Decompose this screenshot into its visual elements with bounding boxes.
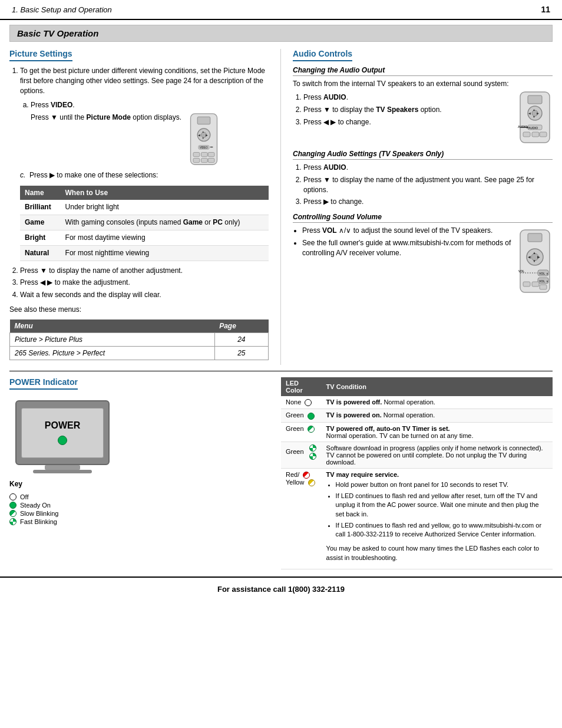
svg-text:VOL: VOL [518,269,524,273]
led-none-icon [305,399,312,406]
table-row: Green TV powered off, auto-on TV Timer i… [281,422,553,442]
service-bullet-1: Hold power button on front panel for 10 … [336,480,548,489]
tv-stand [45,465,80,470]
remote-audio-image: ▲ ▼ ◀ ▶ AUDIO AUDIO [517,91,553,144]
page-header: 1. Basic Setup and Operation 11 [0,0,562,20]
section-title: Basic TV Operation [9,25,553,42]
svg-rect-27 [523,132,530,137]
audio-step-2: Press ▼ to display the TV Speakers optio… [303,105,513,115]
audio-step-1: Press AUDIO. [303,93,513,103]
svg-rect-28 [532,132,539,137]
power-indicator-title: POWER Indicator [9,377,78,390]
led-condition-download: Software download in progress (applies o… [322,442,553,468]
svg-rect-18 [528,95,542,104]
alpha-step-b: Press ▼ until the Picture Mode option di… [31,113,269,166]
left-column: Picture Settings To get the best picture… [9,49,281,365]
table-row: Natural For most nighttime viewing [20,245,269,261]
volume-bullet-1: Press VOL ∧/∨ to adjust the sound level … [302,226,513,236]
table-row: Green Software download in progress (app… [281,442,553,468]
led-red-icon [303,472,310,479]
key-steady-label: Steady On [20,502,51,509]
table-row: Game With gaming consoles (inputs named … [20,215,269,230]
section-divider [9,371,553,371]
led-color-none: None [281,396,322,409]
service-bullet-2: If LED continues to flash red and yellow… [336,492,548,519]
svg-text:◀: ◀ [528,111,531,115]
led-color-green-slow: Green [281,422,322,442]
svg-text:◀: ◀ [198,134,200,137]
svg-rect-46 [523,282,530,286]
audio-controls-title: Audio Controls [293,49,352,61]
key-label: Key [9,479,269,489]
service-count-note: You may be asked to count how many times… [326,544,548,563]
led-fast-icon [9,518,16,525]
table-header-when: When to Use [61,186,269,200]
svg-rect-34 [528,233,542,242]
audio-settings-heading: Changing Audio Settings (TV Speakers Onl… [293,150,553,160]
power-led [58,436,67,445]
key-slow-label: Slow Blinking [20,510,58,517]
led-condition-timer: TV powered off, auto-on TV Timer is set.… [322,422,553,442]
menu-table: Menu Page Picture > Picture Plus 24 265 … [9,319,269,360]
key-item-slow: Slow Blinking [9,510,269,517]
led-green-solid-icon [308,413,315,420]
svg-rect-1 [197,117,210,124]
changing-audio-settings-section: Changing Audio Settings (TV Speakers Onl… [293,150,553,207]
svg-text:VOL ∨: VOL ∨ [539,279,548,283]
table-row: None TV is powered off. Normal operation… [281,396,553,409]
audio-settings-step-3: Press ▶ to change. [303,197,553,207]
svg-text:AUDIO: AUDIO [518,125,527,129]
led-condition-off: TV is powered off. Normal operation. [322,396,553,409]
audio-steps-list: Press AUDIO. Press ▼ to display the TV S… [293,93,513,127]
svg-text:▲: ▲ [533,108,535,111]
led-slow-icon [9,510,16,517]
led-color-red-yellow: Red/ Yellow [281,468,322,569]
led-green-icon [9,502,16,509]
page-footer: For assistance call 1(800) 332-2119 [0,577,562,601]
table-header-name: Name [20,186,61,200]
step1-text: To get the best picture under different … [20,67,265,95]
svg-text:▶: ▶ [206,134,208,137]
svg-text:AUDIO: AUDIO [528,126,538,130]
led-color-green-fast: Green [281,442,322,468]
svg-text:VOL ∧: VOL ∧ [539,272,548,275]
key-fast-label: Fast Blinking [20,518,57,525]
svg-text:▼: ▼ [201,137,204,140]
svg-rect-14 [201,159,208,163]
svg-rect-29 [540,132,547,137]
svg-rect-10 [193,153,200,157]
led-color-header: LED Color [281,377,322,396]
picture-step-1: To get the best picture under different … [20,66,269,261]
audio-settings-steps: Press AUDIO. Press ▼ to display the name… [293,163,553,207]
key-off-label: Off [20,493,28,500]
step-b-text: Press ▼ until the Picture Mode option di… [31,113,181,123]
svg-text:▶: ▶ [537,111,539,115]
tv-base [33,470,92,473]
led-green-slow-icon [308,426,315,433]
power-indicator-section: POWER Indicator POWER Key Of [9,377,281,569]
picture-steps: To get the best picture under different … [9,66,269,300]
key-section: Key Off Steady On Slow Blinking Fast Bli… [9,479,269,525]
key-item-steady: Steady On [9,502,269,509]
picture-step-3: Press ◀ ▶ to make the adjustment. [20,278,269,288]
led-condition-table: LED Color TV Condition None TV is powere… [281,377,553,569]
picture-step-4: Wait a few seconds and the display will … [20,290,269,300]
svg-text:◀: ◀ [528,255,531,259]
tv-condition-header: TV Condition [322,377,553,396]
audio-settings-step-2: Press ▼ to display the name of the adjus… [303,175,553,195]
power-text: POWER [45,420,80,431]
audio-step-3: Press ◀ ▶ to change. [303,117,513,127]
led-condition-on: TV is powered on. Normal operation. [322,409,553,422]
picture-settings-title: Picture Settings [9,49,72,61]
svg-text:▼: ▼ [533,115,535,118]
picture-step-2: Press ▼ to display the name of another a… [20,266,269,276]
menu-col-header: Menu [10,319,215,333]
svg-rect-11 [201,153,208,157]
audio-output-content: To switch from the internal TV speakers … [293,79,553,144]
svg-text:▼: ▼ [533,259,536,263]
remote-video-image: ▲ ▼ ◀ ▶ VIDEO [186,113,222,166]
audio-output-steps: To switch from the internal TV speakers … [293,79,513,132]
right-column: Audio Controls Changing the Audio Output… [281,49,553,365]
tv-body: POWER [15,400,110,473]
led-table-section: LED Color TV Condition None TV is powere… [281,377,553,569]
